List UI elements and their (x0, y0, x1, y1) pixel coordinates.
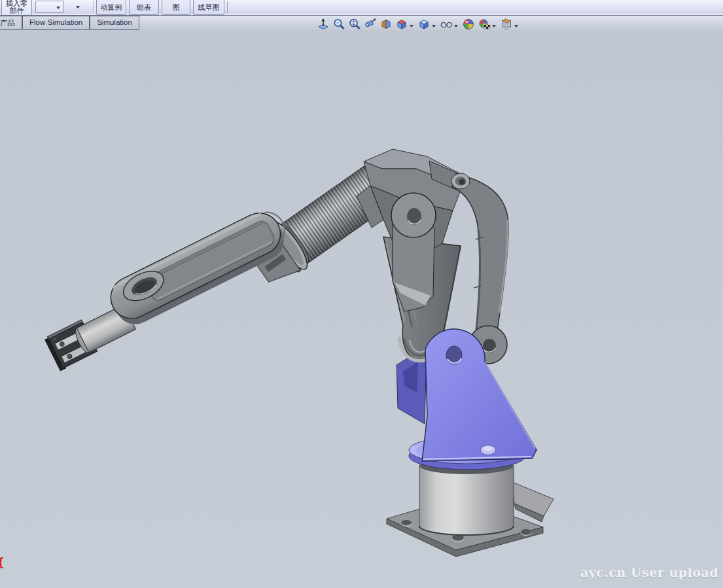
chevron-down-icon[interactable] (432, 25, 436, 27)
motion-study-button[interactable]: 动算例 (96, 0, 126, 15)
bill-of-materials-button[interactable]: 细表 (129, 0, 159, 15)
separator (94, 1, 95, 13)
elbow-clevis (391, 193, 436, 311)
button-label: 细表 (137, 3, 151, 12)
section-view-icon (379, 18, 393, 31)
shoulder-bracket (422, 329, 537, 461)
base-fin-bracket (512, 482, 554, 522)
chevron-down-icon[interactable] (454, 25, 458, 27)
left-edge-artifact: { (0, 556, 4, 569)
color-ball-icon (462, 18, 475, 31)
toolbar-dropdown-2[interactable] (69, 1, 88, 13)
eyeglasses-icon (440, 18, 453, 31)
separator (227, 1, 228, 13)
insert-component-line2: 部件 (2, 7, 31, 14)
view-orientation-icon (395, 18, 408, 31)
previous-view-button[interactable] (363, 17, 378, 31)
chevron-down-icon (76, 6, 80, 9)
zoom-to-fit-icon (317, 18, 330, 31)
insert-component-button[interactable]: 插入零 部件 (1, 0, 32, 16)
edit-appearance-button[interactable] (461, 17, 476, 31)
zoom-in-out-button[interactable] (347, 17, 362, 31)
previous-view-icon (364, 18, 377, 31)
zoom-to-area-icon (332, 18, 345, 31)
tab-flow-simulation[interactable]: Flow Simulation (22, 16, 90, 29)
explode-line-sketch-button[interactable]: 线草图 (193, 0, 224, 15)
display-style-button[interactable] (417, 17, 431, 31)
chevron-down-icon[interactable] (410, 25, 414, 27)
button-label: 线草图 (198, 3, 220, 12)
command-toolbar: 插入零 部件 动算例 细表 图 线草图 (0, 0, 723, 16)
watermark: ayc.cn User upload (580, 565, 718, 579)
forearm-group (36, 203, 298, 371)
zoom-to-area-button[interactable] (332, 17, 346, 31)
display-style-icon (417, 18, 431, 31)
toolbar-dropdown-1[interactable] (35, 1, 64, 13)
zoom-in-out-icon (348, 18, 361, 31)
tab-simulation[interactable]: Simulation (90, 16, 139, 29)
section-view-button[interactable] (379, 17, 393, 31)
exploded-view-button[interactable]: 图 (162, 0, 190, 15)
view-orientation-button[interactable] (395, 17, 409, 31)
tab-product[interactable]: 产品 (0, 16, 22, 29)
scene-ball-icon (478, 18, 491, 31)
command-manager-tabs: 产品 Flow Simulation Simulation (0, 16, 139, 30)
button-label: 动算例 (101, 3, 122, 12)
chevron-down-icon[interactable] (514, 25, 518, 27)
monitor-brush-icon (500, 18, 513, 31)
chevron-down-icon[interactable] (492, 25, 496, 27)
heads-up-view-toolbar (316, 17, 520, 31)
view-settings-button[interactable] (499, 17, 514, 31)
zoom-to-fit-button[interactable] (316, 17, 330, 31)
solidworks-window: ayc.cn User upload { 插入零 部件 动算例 细表 图 线草图… (0, 0, 723, 588)
hide-show-items-button[interactable] (439, 17, 453, 31)
button-label: 图 (173, 3, 180, 12)
chevron-down-icon (56, 7, 60, 9)
apply-scene-button[interactable] (477, 17, 491, 31)
graphics-area[interactable]: ayc.cn User upload { (0, 0, 723, 588)
robot-arm-model (0, 0, 723, 588)
